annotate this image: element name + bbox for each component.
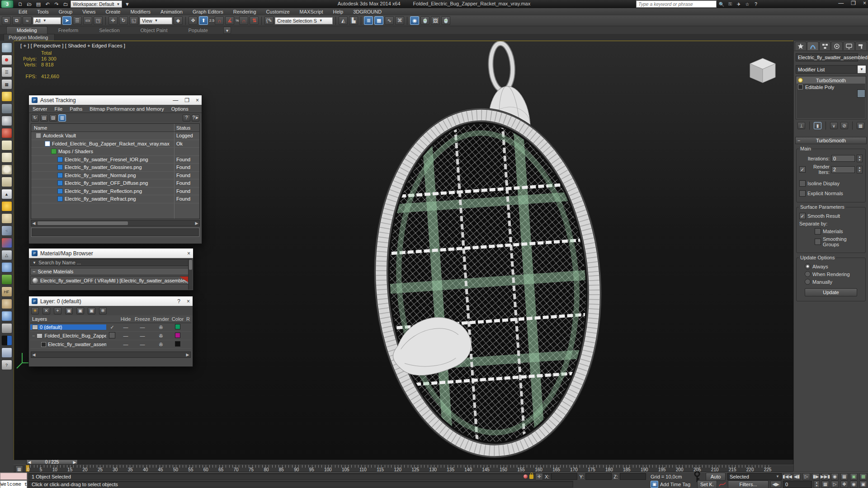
isoline-display-checkbox[interactable] <box>799 180 806 187</box>
help-circle-icon[interactable]: ? <box>1 360 12 370</box>
open-mini-curve-editor-icon[interactable]: ▦ <box>15 465 23 473</box>
maximize-viewport-toggle-icon[interactable]: ▣ <box>859 481 867 488</box>
render-iters-field[interactable]: 2 <box>831 166 855 173</box>
open-file-icon[interactable]: 🗁 <box>25 1 33 8</box>
reference-coordinate-dropdown[interactable]: View <box>140 17 172 24</box>
y-coordinate-field[interactable] <box>585 473 612 480</box>
blue-sphere-icon[interactable] <box>1 311 12 321</box>
select-object-icon[interactable]: ➤ <box>62 16 71 25</box>
menu-item[interactable]: File <box>54 106 62 112</box>
hide-toggle[interactable]: — <box>118 342 133 347</box>
time-slider[interactable]: 0 / 225 <box>26 460 793 465</box>
column-color[interactable]: Color <box>170 316 185 322</box>
minimize-button[interactable] <box>838 0 844 6</box>
iterations-field[interactable]: 0 <box>831 155 855 162</box>
column-render[interactable]: Render <box>151 316 170 322</box>
schematic-view-icon[interactable]: ⌘ <box>395 16 404 25</box>
table-row[interactable]: Autodesk Vault Logged <box>31 132 199 140</box>
named-selection-set-combo[interactable]: Create Selection S <box>275 17 333 24</box>
render-iters-spinner[interactable] <box>857 166 863 174</box>
freeze-toggle[interactable]: — <box>133 324 151 330</box>
material-browser-titlebar[interactable]: P Material/Map Browser <box>29 249 193 258</box>
rectangular-selection-region-icon[interactable]: ▭ <box>83 16 92 25</box>
table-row[interactable]: Electric_fly_swatter_Reflection.png Foun… <box>31 188 199 196</box>
spinner-snap-icon[interactable]: ⇅ <box>250 16 259 25</box>
light-bulb-icon[interactable] <box>1 91 12 102</box>
refresh-icon[interactable]: ↻ <box>31 114 39 122</box>
context-help-icon[interactable]: ?➤ <box>192 114 199 122</box>
scroll-right-icon[interactable] <box>185 352 190 357</box>
use-pivot-point-icon[interactable]: ◆ <box>174 16 183 25</box>
redo-icon[interactable]: ↷ <box>52 1 61 8</box>
tab-selection[interactable]: Selection <box>89 27 129 34</box>
prev-frame-icon[interactable] <box>27 460 32 465</box>
zoom-extents-all-icon[interactable]: ▩ <box>859 473 867 480</box>
table-row[interactable]: Maps / Shaders <box>31 148 199 156</box>
smoothing-groups-checkbox[interactable] <box>815 239 821 245</box>
align-icon[interactable]: ▙ <box>349 16 358 25</box>
vertical-scrollbar[interactable] <box>188 259 193 290</box>
camera-speaker-icon[interactable] <box>1 103 12 114</box>
ribbon-toggle-icon[interactable]: ▦ <box>374 16 383 25</box>
selection-lock-pin-icon[interactable] <box>524 474 528 479</box>
time-slider-handle[interactable]: 0 / 225 <box>27 460 78 464</box>
plane-primitive-icon[interactable] <box>1 140 12 150</box>
black-blue-toggle-icon[interactable] <box>1 335 12 346</box>
z-coordinate-field[interactable] <box>620 473 646 480</box>
grass-icon[interactable] <box>1 274 12 285</box>
layer-manager-window[interactable]: P Layer: 0 (default) ✳ ✕ + ▣ ▣ ▣ ❄ Layer… <box>28 296 193 367</box>
render-setup-icon[interactable]: 🍵 <box>420 16 429 25</box>
track-bar[interactable]: ▦ 05101520253035404550556065707580859095… <box>14 465 793 472</box>
select-and-link-icon[interactable]: ⧉ <box>2 16 11 25</box>
particles-icon[interactable]: ⁖ <box>1 225 12 236</box>
add-to-layer-icon[interactable]: + <box>54 307 61 314</box>
column-layers[interactable]: Layers <box>30 316 106 322</box>
close-button[interactable] <box>863 0 866 6</box>
menu-item[interactable]: Rendering <box>228 8 261 15</box>
modifier-enabled-icon[interactable] <box>798 78 803 83</box>
time-configuration-icon[interactable]: ▦ <box>821 481 829 488</box>
mountain-icon[interactable]: ▲ <box>1 189 12 199</box>
scroll-right-icon[interactable] <box>194 221 199 225</box>
sky-dome-icon[interactable] <box>1 213 12 224</box>
previous-frame-icon[interactable] <box>793 473 801 480</box>
highlight-layer-icon[interactable]: ▣ <box>88 307 95 314</box>
molecule-icon[interactable] <box>1 238 12 248</box>
update-button[interactable]: Update <box>805 288 857 296</box>
material-editor-icon[interactable]: ◉ <box>410 16 419 25</box>
menu-item[interactable]: Views <box>77 8 100 15</box>
current-layer-checkbox[interactable] <box>109 332 115 338</box>
column-freeze[interactable]: Freeze <box>133 316 151 322</box>
go-to-end-icon[interactable] <box>821 473 829 480</box>
select-and-scale-icon[interactable]: ◱ <box>129 16 138 25</box>
menu-item[interactable]: Help <box>328 8 349 15</box>
close-icon[interactable] <box>196 97 199 103</box>
turbosmooth-rollout-header[interactable]: TurboSmooth <box>795 137 867 144</box>
new-file-icon[interactable]: 🗋 <box>16 1 24 8</box>
menu-item[interactable]: Create <box>100 8 125 15</box>
edit-named-selection-sets-icon[interactable]: {✎ <box>264 16 274 25</box>
lock-icon[interactable] <box>529 474 533 479</box>
tab-populate[interactable]: Populate <box>178 27 217 34</box>
snaps-toggle-icon[interactable]: ∩ <box>215 16 224 25</box>
select-and-rotate-icon[interactable]: ↻ <box>119 16 128 25</box>
render-dialog-icon[interactable] <box>1 55 12 65</box>
settings-preview-icon[interactable] <box>1 323 12 333</box>
table-row[interactable]: Electric_fly_swatter_Normal.png Found <box>31 172 199 180</box>
thumbnail-view-icon[interactable]: ▨ <box>49 114 57 122</box>
rendered-frame-window-icon[interactable]: 🖼 <box>431 16 440 25</box>
layer-window-titlebar[interactable]: P Layer: 0 (default) <box>29 296 193 306</box>
render-toggle-icon[interactable]: ✇ <box>151 342 170 347</box>
layer-row[interactable]: 0 (default) — — ✇ <box>30 323 191 332</box>
menu-item[interactable]: Modifiers <box>125 8 156 15</box>
close-icon[interactable] <box>187 298 190 305</box>
column-status[interactable]: Status <box>174 124 199 131</box>
list-panel-icon[interactable]: ☰ <box>1 67 12 77</box>
layer-manager-icon[interactable]: ≣ <box>364 16 373 25</box>
x-coordinate-field[interactable] <box>551 473 577 480</box>
angle-snap-icon[interactable]: ∡ <box>225 16 234 25</box>
next-frame-icon[interactable] <box>812 473 820 480</box>
minimize-icon[interactable] <box>173 97 178 103</box>
render-toggle-icon[interactable]: ✇ <box>151 325 170 330</box>
freeze-toggle[interactable]: — <box>133 342 151 347</box>
